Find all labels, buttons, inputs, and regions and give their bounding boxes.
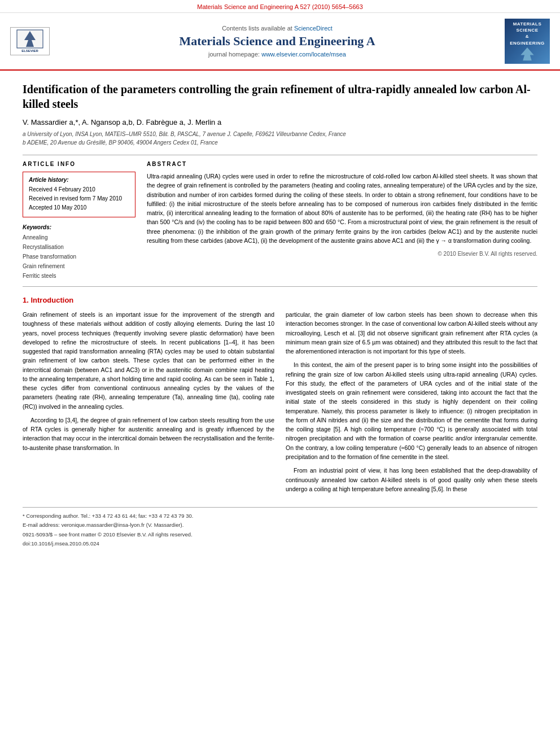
elsevier-logo: ELSEVIER [10,27,50,55]
header-center: Contents lists available at ScienceDirec… [50,25,505,58]
article-info-heading: ARTICLE INFO [23,161,135,167]
introduction-section: 1. Introduction Grain refinement of stee… [23,296,537,498]
article-info-box: Article history: Received 4 February 201… [23,172,135,217]
footnote-area: * Corresponding author. Tel.: +33 4 72 4… [23,507,537,547]
sciencedirect-link[interactable]: ScienceDirect [294,25,333,32]
authors-line: V. Massardier a,*, A. Ngansop a,b, D. Fa… [23,118,537,126]
citation-text: Materials Science and Engineering A 527 … [197,3,363,10]
elsevier-wordmark: ELSEVIER [21,49,38,53]
contents-line: Contents lists available at ScienceDirec… [50,25,505,32]
affiliation-b: b ADEME, 20 Avenue du Grésillé, BP 90406… [23,138,537,147]
abstract-col: ABSTRACT Ultra-rapid annealing (URA) cyc… [147,161,537,281]
copyright-line: © 2010 Elsevier B.V. All rights reserved… [147,251,537,257]
brand-materials: MATERIALSSCIENCE&ENGINEERING [510,21,545,46]
homepage-link[interactable]: www.elsevier.com/locate/msea [261,51,346,58]
brand-icon [516,46,539,62]
keyword-1: Annealing [23,233,135,242]
revised-date: Received in revised form 7 May 2010 [29,194,129,203]
footnote-email: E-mail address: veronique.massardier@ins… [23,521,537,528]
citation-bar: Materials Science and Engineering A 527 … [0,0,560,13]
keyword-3: Phase transformation [23,252,135,261]
intro-p5: From an industrial point of view, it has… [286,466,537,493]
journal-homepage: journal homepage: www.elsevier.com/locat… [50,51,505,58]
intro-title: 1. Introduction [23,296,537,304]
header-left: ELSEVIER [10,27,50,55]
keywords-label: Keywords: [23,224,135,230]
paper-content: Identification of the parameters control… [0,71,560,566]
brand-logo: MATERIALSSCIENCE&ENGINEERING [505,19,550,64]
svg-marker-2 [520,47,533,60]
keyword-2: Recrystallisation [23,242,135,252]
header-divider [23,155,537,155]
footer-issn: 0921-5093/$ – see front matter © 2010 El… [23,531,537,538]
intro-two-col: Grain refinement of steels is an importa… [23,310,537,498]
article-info-col: ARTICLE INFO Article history: Received 4… [23,161,135,281]
received-date: Received 4 February 2010 [29,185,129,194]
intro-col-left: Grain refinement of steels is an importa… [23,310,274,498]
journal-title: Materials Science and Engineering A [50,34,505,49]
keywords-box: Keywords: Annealing Recrystallisation Ph… [23,224,135,281]
intro-col-right: particular, the grain diameter of low ca… [286,310,537,498]
article-history-label: Article history: [29,177,129,183]
keyword-4: Grain refinement [23,261,135,271]
paper-title: Identification of the parameters control… [23,82,537,111]
elsevier-logo-svg [16,29,44,49]
intro-p3: particular, the grain diameter of low ca… [286,310,537,356]
info-abstract-section: ARTICLE INFO Article history: Received 4… [23,161,537,281]
abstract-text: Ultra-rapid annealing (URA) cycles were … [147,172,537,245]
accepted-date: Accepted 10 May 2010 [29,203,129,212]
intro-p4: In this context, the aim of the present … [286,360,537,461]
keyword-5: Ferritic steels [23,271,135,281]
footnote-star: * Corresponding author. Tel.: +33 4 72 4… [23,512,537,519]
body-divider [23,286,537,287]
intro-p2: According to [3,4], the degree of grain … [23,416,274,452]
journal-header: ELSEVIER Contents lists available at Sci… [0,13,560,71]
affiliations: a University of Lyon, INSA Lyon, MATEIS–… [23,130,537,147]
abstract-heading: ABSTRACT [147,161,537,167]
affiliation-a: a University of Lyon, INSA Lyon, MATEIS–… [23,130,537,138]
intro-p1: Grain refinement of steels is an importa… [23,310,274,411]
footer-doi: doi:10.1016/j.msea.2010.05.024 [23,540,537,547]
